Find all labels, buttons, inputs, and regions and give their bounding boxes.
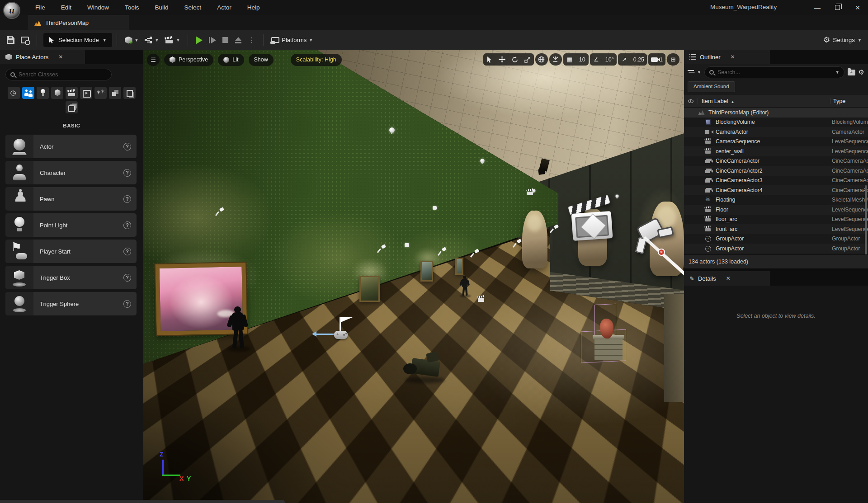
place-item-point-light[interactable]: Point Light bbox=[5, 213, 137, 237]
spotlight-sprite[interactable] bbox=[550, 225, 558, 233]
category-geometry[interactable] bbox=[109, 87, 121, 99]
point-light-sprite[interactable] bbox=[480, 159, 485, 163]
level-viewport[interactable]: ✕ ☰ Perspective Lit Show Scalability: Hi… bbox=[143, 50, 684, 503]
select-tool[interactable] bbox=[483, 53, 496, 66]
actor-sprite[interactable] bbox=[433, 206, 437, 210]
outliner-row-cameraactor[interactable]: CameraActor CameraActor bbox=[684, 127, 868, 137]
place-item-character[interactable]: Character bbox=[5, 161, 137, 184]
category-visual-effects[interactable] bbox=[94, 87, 107, 99]
outliner-row-blockingvolume[interactable]: BlockingVolume BlockingVolum bbox=[684, 118, 868, 127]
close-button[interactable]: ✕ bbox=[854, 4, 862, 11]
filter-chip-ambient-sound[interactable]: Ambient Sound bbox=[688, 81, 735, 92]
chevron-down-icon[interactable]: ▼ bbox=[697, 70, 701, 75]
rotate-tool[interactable] bbox=[509, 53, 521, 66]
unreal-logo-icon[interactable]: u bbox=[3, 2, 20, 19]
move-tool[interactable] bbox=[496, 53, 509, 66]
grid-snap-value[interactable]: 10 bbox=[576, 53, 589, 66]
stop-button[interactable] bbox=[219, 33, 231, 48]
outliner-row-cinecameraactor4[interactable]: CineCameraActor4 CineCameraAc bbox=[684, 185, 868, 195]
chevron-down-icon[interactable]: ▼ bbox=[835, 70, 840, 75]
outliner-row-thirdpersonmap-editor[interactable]: ThirdPersonMap (Editor) bbox=[684, 108, 868, 118]
settings-dropdown[interactable]: ⚙ Settings ▼ bbox=[823, 35, 862, 45]
maximize-button[interactable] bbox=[835, 5, 840, 10]
tab-thirdpersonmap[interactable]: ThirdPersonMap bbox=[28, 15, 129, 30]
statue-actor[interactable] bbox=[522, 211, 547, 268]
grid-snap-toggle[interactable]: ▦ bbox=[563, 53, 576, 66]
add-actor-button[interactable]: +▼ bbox=[122, 33, 142, 48]
menu-file[interactable]: File bbox=[35, 4, 45, 11]
spotlight-sprite[interactable] bbox=[471, 249, 479, 258]
category-shapes[interactable] bbox=[51, 87, 63, 99]
tab-outliner[interactable]: Outliner ✕ bbox=[684, 50, 770, 64]
place-item-trigger-sphere[interactable]: Trigger Sphere bbox=[5, 292, 137, 315]
help-icon[interactable] bbox=[123, 300, 131, 308]
perspective-dropdown[interactable]: Perspective bbox=[164, 54, 213, 66]
scale-snap-toggle[interactable]: ↗ bbox=[618, 53, 631, 66]
outliner-row-front-arc[interactable]: front_arc LevelSequence bbox=[684, 224, 868, 234]
category-lights[interactable] bbox=[37, 87, 49, 99]
frame-skip-button[interactable] bbox=[206, 33, 219, 48]
mannequin-actor[interactable] bbox=[227, 306, 251, 353]
close-icon[interactable]: ✕ bbox=[731, 54, 735, 60]
minimize-button[interactable]: — bbox=[813, 4, 821, 11]
cinematics-button[interactable]: ▼ bbox=[162, 33, 183, 48]
place-item-pawn[interactable]: Pawn bbox=[5, 187, 137, 211]
painting-actor[interactable] bbox=[420, 261, 433, 282]
camera-prop[interactable] bbox=[538, 157, 551, 177]
sequence-sprite[interactable] bbox=[478, 296, 485, 302]
painting-actor[interactable] bbox=[359, 276, 380, 302]
tab-details[interactable]: ✎ Details ✕ bbox=[684, 271, 770, 286]
eject-button[interactable] bbox=[231, 33, 245, 48]
gear-icon[interactable]: ⚙ bbox=[859, 68, 864, 76]
spotlight-sprite[interactable] bbox=[513, 240, 521, 248]
painting-actor[interactable] bbox=[455, 258, 463, 275]
scale-snap-value[interactable]: 0.25 bbox=[631, 53, 647, 66]
outliner-row-camerasequence[interactable]: CameraSequence LevelSequence bbox=[684, 137, 868, 147]
filter-icon[interactable] bbox=[688, 70, 694, 75]
help-icon[interactable] bbox=[123, 195, 131, 203]
place-item-trigger-box[interactable]: Trigger Box bbox=[5, 266, 137, 289]
search-classes-input[interactable] bbox=[19, 71, 107, 78]
camera-speed-button[interactable]: 1 bbox=[648, 53, 665, 66]
close-icon[interactable]: ✕ bbox=[726, 275, 731, 282]
mannequin-actor[interactable] bbox=[460, 276, 465, 286]
category-recently-placed[interactable] bbox=[8, 87, 20, 99]
world-local-toggle[interactable] bbox=[535, 53, 548, 66]
exhibit-case-actor[interactable] bbox=[581, 304, 626, 363]
spotlight-sprite[interactable] bbox=[438, 248, 446, 256]
rotation-snap-value[interactable]: 10° bbox=[603, 53, 617, 66]
point-light-sprite[interactable] bbox=[389, 127, 395, 133]
column-type[interactable]: Type bbox=[830, 98, 868, 104]
visibility-eye-icon[interactable] bbox=[688, 99, 693, 103]
help-icon[interactable] bbox=[123, 248, 131, 255]
outliner-row-floating[interactable]: Floating SkeletalMeshA bbox=[684, 195, 868, 205]
blueprints-button[interactable]: ▼ bbox=[142, 33, 162, 48]
sequence-sprite[interactable] bbox=[527, 190, 534, 195]
outliner-row-groupactor[interactable]: GroupActor GroupActor bbox=[684, 234, 868, 244]
ambient-sound-gizmo[interactable] bbox=[634, 218, 684, 272]
outliner-row-floor-arc[interactable]: floor_arc LevelSequence bbox=[684, 215, 868, 225]
view-mode-dropdown[interactable]: Lit bbox=[218, 54, 244, 66]
category-all-classes[interactable] bbox=[66, 101, 78, 113]
outliner-row-cinecameraactor[interactable]: CineCameraActor CineCameraAc bbox=[684, 156, 868, 166]
column-item-label[interactable]: Item Label▲ bbox=[698, 98, 830, 104]
menu-build[interactable]: Build bbox=[155, 4, 169, 11]
outliner-row-center-wall[interactable]: center_wall LevelSequence bbox=[684, 146, 868, 156]
rotation-snap-toggle[interactable]: ∠ bbox=[590, 53, 603, 66]
outliner-row-cinecameraactor3[interactable]: CineCameraActor3 CineCameraAc bbox=[684, 176, 868, 186]
actor-sprite[interactable] bbox=[405, 243, 409, 247]
scale-tool[interactable] bbox=[521, 53, 534, 66]
category-basic[interactable] bbox=[22, 87, 34, 99]
help-icon[interactable] bbox=[123, 221, 131, 229]
new-folder-icon[interactable] bbox=[848, 70, 855, 75]
menu-select[interactable]: Select bbox=[184, 4, 202, 11]
surface-snapping-toggle[interactable] bbox=[549, 53, 562, 66]
spotlight-sprite[interactable] bbox=[216, 208, 224, 216]
point-light-sprite[interactable] bbox=[615, 194, 618, 197]
place-actors-search[interactable] bbox=[5, 69, 112, 80]
player-start-gizmo[interactable] bbox=[316, 317, 366, 341]
menu-edit[interactable]: Edit bbox=[61, 4, 71, 11]
platforms-dropdown[interactable]: Platforms▼ bbox=[268, 33, 316, 48]
play-options-button[interactable]: ⋮ bbox=[245, 33, 259, 48]
help-icon[interactable] bbox=[123, 169, 131, 177]
